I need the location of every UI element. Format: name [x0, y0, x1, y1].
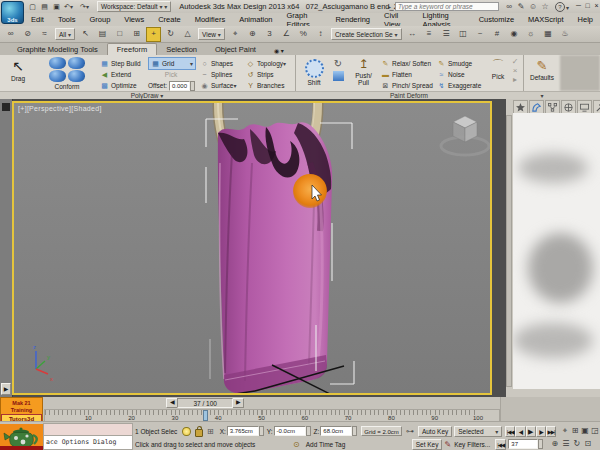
listener-text-row[interactable]: ace Options Dialog — [43, 436, 133, 450]
layer-manager-icon[interactable]: ☰ — [439, 27, 454, 42]
walk-through-icon[interactable]: ☰ — [560, 439, 571, 450]
selection-filter-dropdown[interactable]: All ▾ — [55, 28, 75, 40]
shapes-button[interactable]: ○Shapes — [200, 58, 233, 69]
push-pull-button[interactable]: ↥ Push/ Pull — [350, 57, 377, 86]
rectangular-selection-region-icon[interactable]: □ — [112, 27, 127, 42]
smudge-button[interactable]: ✎Smudge — [437, 58, 472, 69]
coord-spinner-y[interactable] — [306, 426, 311, 436]
relax-soften-button[interactable]: ✎Relax/ Soften — [381, 58, 431, 69]
percent-snap-icon[interactable]: % — [296, 27, 311, 42]
go-to-end-icon[interactable]: ▶▶| — [546, 426, 556, 437]
listener-macro-row[interactable] — [43, 423, 133, 436]
tab-display[interactable] — [577, 100, 592, 114]
noise-button[interactable]: ≈Noise — [437, 69, 465, 80]
rendered-frame-window-icon[interactable]: ▦ — [541, 27, 556, 42]
auto-key-button[interactable]: Auto Key — [418, 426, 452, 437]
pick-deform-object-button[interactable]: ⌒ Pick — [486, 58, 510, 80]
ribbon-tab-graphite-modeling-tools[interactable]: Graphite Modeling Tools — [8, 44, 107, 55]
coord-field-z[interactable]: 68.0cm — [320, 426, 352, 436]
strips-button[interactable]: ↺Strips — [246, 69, 274, 80]
new-scene-icon[interactable]: ▢ — [27, 2, 38, 12]
previous-frame-icon[interactable]: ◀ — [167, 398, 177, 408]
selection-set-key-dropdown[interactable]: Selected▾ — [454, 426, 502, 437]
help-icon[interactable]: ? — [555, 2, 565, 12]
application-menu-button[interactable]: 3ds — [1, 1, 24, 24]
curve-editor-icon[interactable]: ~ — [473, 27, 488, 42]
menu-group[interactable]: Group — [82, 15, 117, 24]
splines-button[interactable]: ~Splines — [200, 69, 232, 80]
cancel-x-icon[interactable]: × — [510, 66, 520, 75]
tab-modify[interactable] — [529, 100, 544, 114]
pinch-spread-button[interactable]: ⊠Pinch/ Spread — [381, 80, 433, 91]
topology-button[interactable]: ◇Topology▾ — [246, 58, 286, 69]
optimize-button[interactable]: ▩Optimize — [100, 80, 137, 91]
tab-create[interactable] — [513, 100, 528, 114]
menu-create[interactable]: Create — [151, 15, 188, 24]
surface-button[interactable]: ◉Surface▾ — [200, 80, 236, 91]
render-production-icon[interactable]: ♨ — [558, 27, 573, 42]
community-user-icon[interactable]: ☺ — [528, 2, 538, 12]
orbit-icon[interactable]: ↻ — [571, 439, 582, 450]
ribbon-options-icon[interactable]: ◉ ▾ — [265, 46, 293, 55]
redo-icon[interactable]: ↷▾ — [79, 2, 90, 12]
reference-coordinate-dropdown[interactable]: View ▾ — [198, 28, 225, 40]
maximize-viewport-icon[interactable]: ⊡ — [582, 439, 593, 450]
schematic-view-icon[interactable]: # — [490, 27, 505, 42]
shift-brush-button[interactable]: Shift — [300, 59, 328, 86]
zoom-region-icon[interactable]: ◲ — [590, 426, 600, 437]
zoom-extents-icon[interactable]: ▣ — [580, 426, 590, 437]
offset-spinner[interactable]: Offset: 0.000 — [148, 80, 195, 91]
select-and-manipulate-icon[interactable]: ⊕ — [245, 27, 260, 42]
perspective-viewport[interactable]: [+][Perspective][Shaded] — [12, 101, 492, 395]
tab-utilities[interactable] — [593, 100, 600, 114]
isolate-selection-icon[interactable]: ⊙ — [293, 440, 300, 449]
set-key-paw-icon[interactable]: ✎ — [444, 440, 451, 449]
ribbon-tab-selection[interactable]: Selection — [157, 44, 206, 55]
close-button[interactable]: × — [592, 2, 600, 11]
paint-options-stack[interactable]: ↻ — [331, 58, 345, 82]
menu-modifiers[interactable]: Modifiers — [188, 15, 232, 24]
menu-maxscript[interactable]: MAXScript — [521, 15, 570, 24]
pick-button-disabled[interactable]: Pick — [148, 69, 194, 80]
mru-search-arrow-icon[interactable]: ▸ — [388, 3, 391, 10]
key-mode-toggle-icon[interactable]: |◀◀ — [495, 439, 506, 450]
commit-check-icon[interactable]: ✓ — [510, 57, 520, 66]
select-and-move-icon[interactable]: + — [146, 27, 161, 42]
select-and-rotate-icon[interactable]: ↻ — [163, 27, 178, 42]
zoom-all-icon[interactable]: ⊞ — [570, 426, 580, 437]
frame-spinner-arrows[interactable] — [538, 439, 543, 449]
branches-button[interactable]: YBranches — [246, 80, 284, 91]
polydraw-conform-group[interactable]: Conform — [36, 57, 98, 90]
bind-to-space-warp-icon[interactable]: ≈ — [37, 27, 52, 42]
menu-rendering[interactable]: Rendering — [328, 15, 377, 24]
minimize-button[interactable]: ─ — [574, 2, 583, 11]
use-pivot-point-icon[interactable]: ⌖ — [228, 27, 243, 42]
view-cube[interactable] — [438, 106, 492, 160]
current-frame-field[interactable]: 37 — [508, 439, 538, 449]
workspace-dropdown[interactable]: Workspace: Default ▾ ▾ — [97, 1, 171, 12]
offset-value-field[interactable]: 0.000 — [169, 81, 190, 91]
restore-button[interactable]: □ — [583, 2, 592, 11]
undo-icon[interactable]: ↶▾ — [63, 2, 74, 12]
set-key-button[interactable]: Set Key — [412, 439, 443, 450]
coord-field-x[interactable]: 3.765cm — [227, 426, 259, 436]
coord-spinner-z[interactable] — [352, 426, 357, 436]
menu-animation[interactable]: Animation — [232, 15, 279, 24]
absolute-offset-toggle-icon[interactable]: ⊞ — [207, 427, 214, 436]
tab-hierarchy[interactable] — [545, 100, 560, 114]
window-crossing-icon[interactable]: ⊞ — [129, 27, 144, 42]
save-file-icon[interactable]: ▣ — [51, 2, 62, 12]
adaptive-degradation-bulb-icon[interactable] — [182, 427, 190, 436]
help-menu-chevron-icon[interactable]: ▾ — [566, 4, 569, 11]
paint-brush-cursor[interactable] — [293, 174, 327, 208]
key-filters-button[interactable]: Key Filters... — [454, 441, 490, 448]
tab-motion[interactable] — [561, 100, 576, 114]
selection-lock-icon[interactable] — [195, 429, 203, 437]
unlink-selection-icon[interactable]: ⊘ — [20, 27, 35, 42]
select-object-icon[interactable]: ↖ — [78, 27, 93, 42]
exaggerate-button[interactable]: ↯Exaggerate — [437, 80, 481, 91]
select-and-link-icon[interactable]: ∞ — [3, 27, 18, 42]
open-file-icon[interactable]: ▤ — [39, 2, 50, 12]
coord-field-y[interactable]: -0.0cm — [274, 426, 306, 436]
pan-icon[interactable]: ⊕ — [549, 439, 560, 450]
